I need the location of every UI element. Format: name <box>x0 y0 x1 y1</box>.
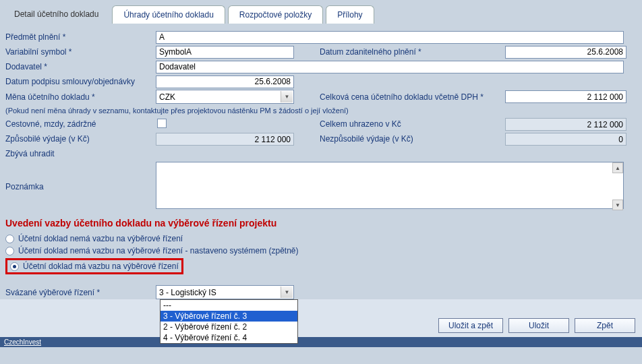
tab-strip: Detail účetního dokladu Úhrady účetního … <box>0 0 642 24</box>
label-dodavatel: Dodavatel * <box>4 62 156 71</box>
label-mena: Měna účetního dokladu * <box>4 92 156 102</box>
tab-uhrady[interactable]: Úhrady účetního dokladu <box>112 5 225 24</box>
scroll-down-icon[interactable]: ▼ <box>612 200 623 210</box>
section-heading-vazba: Uvedení vazby účetního dokladu na výběro… <box>4 212 638 233</box>
save-back-button[interactable]: Uložit a zpět <box>438 318 503 333</box>
radio-2-label: Účetní doklad má vazbu na výběrové řízen… <box>23 262 179 271</box>
label-predmet: Předmět plnění * <box>4 32 156 42</box>
select-svazane[interactable]: 3 - Logistický IS ▼ <box>156 285 294 299</box>
back-button[interactable]: Zpět <box>575 318 635 333</box>
select-svazane-value: 3 - Logistický IS <box>159 288 216 297</box>
value-nezpusobile: 0 <box>505 133 626 146</box>
label-nezpusobile: Nezpůsobilé výdaje (v Kč) <box>320 134 505 144</box>
radio-row-1[interactable]: Účetní doklad nemá vazbu na výběrové říz… <box>4 245 638 257</box>
input-predmet[interactable] <box>156 31 624 44</box>
input-varsym[interactable] <box>156 46 294 59</box>
label-celkem-uhr: Celkem uhrazeno v Kč <box>320 119 505 129</box>
dropdown-item-1[interactable]: 3 - Výběrové řízení č. 3 <box>160 311 297 322</box>
label-varsym: Variabilní symbol * <box>4 47 156 57</box>
chevron-down-icon: ▼ <box>281 91 293 102</box>
button-bar: Uložit a zpět Uložit Zpět <box>0 299 642 337</box>
value-zpusobile: 2 112 000 <box>156 133 294 146</box>
footer-brand[interactable]: CzechInvest <box>0 337 642 347</box>
tab-prilohy[interactable]: Přílohy <box>326 5 374 24</box>
select-mena-value: CZK <box>159 92 175 102</box>
radio-0-label: Účetní doklad nemá vazbu na výběrové říz… <box>18 234 183 243</box>
label-zbyva: Zbývá uhradit <box>4 149 156 158</box>
dropdown-list-svazane: --- 3 - Výběrové řízení č. 3 2 - Výběrov… <box>160 299 298 344</box>
radio-2[interactable] <box>10 262 19 271</box>
textarea-poznamka[interactable] <box>156 162 624 209</box>
label-datum-podpisu: Datum podpisu smlouvy/objednávky <box>4 78 156 86</box>
select-mena[interactable]: CZK ▼ <box>156 90 294 104</box>
textarea-wrap: ▲ ▼ <box>156 162 624 211</box>
label-cestovne: Cestovné, mzdy, zádržné <box>4 119 156 129</box>
value-celkem-uhr: 2 112 000 <box>505 118 626 131</box>
label-zpusobile: Způsobilé výdaje (v Kč) <box>4 134 156 144</box>
input-datum-podpisu[interactable] <box>156 75 294 88</box>
radio-row-0[interactable]: Účetní doklad nemá vazbu na výběrové říz… <box>4 233 638 245</box>
form-area: Předmět plnění * Variabilní symbol * Dat… <box>0 24 642 299</box>
tab-rozpoctove[interactable]: Rozpočtové položky <box>228 5 323 24</box>
radio-0[interactable] <box>5 235 14 243</box>
scroll-up-icon[interactable]: ▲ <box>612 162 623 173</box>
radio-1-label: Účetní doklad nemá vazbu na výběrové říz… <box>18 246 299 255</box>
radio-row-2[interactable]: Účetní doklad má vazbu na výběrové řízen… <box>4 257 638 276</box>
label-poznamka: Poznámka <box>4 182 156 191</box>
label-celkova-cena: Celková cena účetního dokladu včetně DPH… <box>320 92 505 102</box>
tab-detail[interactable]: Detail účetního dokladu <box>3 5 109 24</box>
dropdown-item-0[interactable]: --- <box>160 300 297 311</box>
label-datum-zdan: Datum zdanitelného plnění * <box>320 47 505 57</box>
input-celkova-cena[interactable] <box>505 90 626 103</box>
dropdown-item-3[interactable]: 4 - Výběrové řízení č. 4 <box>160 332 297 343</box>
input-dodavatel[interactable] <box>156 61 624 73</box>
save-button[interactable]: Uložit <box>508 318 569 333</box>
note-mena: (Pokud není měna úhrady v seznamu, konta… <box>4 105 638 117</box>
dropdown-item-2[interactable]: 2 - Výběrové řízení č. 2 <box>160 322 297 332</box>
radio-1[interactable] <box>5 247 14 255</box>
label-svazane: Svázané výběrové řízení * <box>4 288 156 297</box>
checkbox-cestovne[interactable] <box>157 119 167 128</box>
chevron-down-icon: ▼ <box>281 286 293 298</box>
highlight-box: Účetní doklad má vazbu na výběrové řízen… <box>5 258 183 274</box>
input-datum-zdan[interactable] <box>505 46 626 59</box>
